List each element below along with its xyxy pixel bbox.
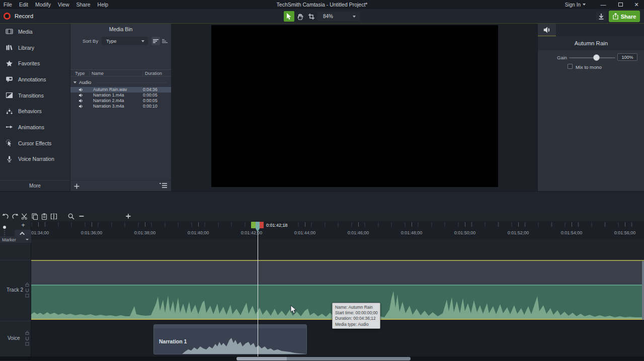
- canvas-crop-tool[interactable]: [306, 11, 316, 22]
- menu-view[interactable]: View: [54, 2, 73, 8]
- sidebar-item-label: Behaviors: [18, 108, 42, 114]
- sidebar-item-animations[interactable]: Animations: [0, 119, 70, 135]
- snap-magnet-icon[interactable]: [2, 225, 8, 237]
- add-track-button[interactable]: +: [18, 222, 28, 229]
- gain-value-field[interactable]: 100%: [617, 53, 637, 61]
- menu-help[interactable]: Help: [94, 2, 112, 8]
- download-arrow-icon: [599, 14, 604, 20]
- voice-track-name[interactable]: Voice: [8, 335, 20, 341]
- split-button[interactable]: [49, 212, 58, 221]
- sidebar-item-label: Cursor Effects: [18, 140, 51, 146]
- canvas-zoom-value: 84%: [323, 14, 333, 19]
- cut-button[interactable]: [20, 212, 29, 221]
- video-preview-stage[interactable]: [211, 25, 498, 187]
- tab-audio-properties[interactable]: [538, 24, 556, 36]
- sign-in-button[interactable]: Sign In: [565, 0, 586, 9]
- track-magnet-icon[interactable]: [25, 336, 29, 340]
- narration-1-clip[interactable]: Narration 1: [153, 324, 307, 354]
- collapse-tracks-button[interactable]: [15, 230, 31, 237]
- audio-group-header[interactable]: Audio: [70, 79, 172, 86]
- ruler-tick-label: 0:01:36;00: [81, 230, 103, 235]
- sort-descending-button[interactable]: [160, 37, 169, 45]
- speaker-icon: [78, 104, 84, 109]
- menu-modify[interactable]: Modify: [32, 2, 54, 8]
- timeline-ruler[interactable]: 0:01:34;00 0:01:36;00 0:01:38;00 0:01:40…: [31, 221, 644, 239]
- column-duration[interactable]: Duration: [145, 71, 162, 76]
- media-duration: 0:00:05: [143, 98, 157, 103]
- minus-icon: [79, 214, 84, 219]
- menu-file[interactable]: File: [0, 2, 16, 8]
- chevron-down-icon: [353, 16, 356, 18]
- scrollbar-thumb[interactable]: [236, 357, 287, 360]
- minimize-button[interactable]: —: [598, 0, 609, 9]
- mix-to-mono-checkbox[interactable]: [568, 64, 573, 69]
- sidebar-item-media[interactable]: Media: [0, 24, 70, 40]
- sidebar-item-library[interactable]: Library: [0, 40, 70, 56]
- canvas-select-tool[interactable]: [284, 11, 294, 22]
- close-button[interactable]: ✕: [631, 0, 642, 9]
- maximize-button[interactable]: [615, 0, 626, 9]
- menu-edit[interactable]: Edit: [16, 2, 32, 8]
- record-button[interactable]: Record: [4, 13, 33, 20]
- zoom-out-button[interactable]: [77, 212, 86, 221]
- menu-share[interactable]: Share: [73, 2, 94, 8]
- sidebar-item-label: Transitions: [18, 93, 44, 99]
- track-magnet-icon[interactable]: [25, 288, 29, 292]
- timeline-horizontal-scrollbar[interactable]: [0, 356, 644, 360]
- media-row-autumn-rain[interactable]: Autumn Rain.wav 0:04:36: [70, 87, 172, 93]
- add-media-button[interactable]: [72, 182, 80, 190]
- media-row-narration-3[interactable]: Narration 3.m4a 0:00:10: [70, 104, 172, 109]
- sort-by-select[interactable]: Type: [102, 37, 148, 45]
- tools-sidebar: Media Library Favorites Annotations Tran…: [0, 24, 70, 191]
- share-button[interactable]: Share: [609, 11, 640, 22]
- sort-ascending-button[interactable]: [151, 37, 160, 45]
- track-mute-icon[interactable]: [25, 342, 29, 346]
- sidebar-item-favorites[interactable]: Favorites: [0, 55, 70, 71]
- redo-button[interactable]: [11, 212, 20, 221]
- zoom-in-button[interactable]: [124, 212, 133, 221]
- undo-button[interactable]: [1, 212, 10, 221]
- track2-controls[interactable]: [25, 283, 30, 298]
- media-row-narration-2[interactable]: Narration 2.m4a 0:00:05: [70, 98, 172, 104]
- sidebar-item-annotations[interactable]: Annotations: [0, 71, 70, 87]
- marker-track-header[interactable]: Marker: [0, 236, 31, 243]
- gain-slider-thumb[interactable]: [593, 54, 600, 61]
- track-lock-icon[interactable]: [25, 331, 29, 335]
- canvas-pan-tool[interactable]: [295, 11, 305, 22]
- timeline-vertical-scrollbar[interactable]: [642, 261, 644, 320]
- share-export-icon: [613, 13, 618, 20]
- view-mode-button[interactable]: [159, 183, 168, 190]
- sidebar-item-label: Favorites: [18, 60, 40, 66]
- tooltip-media-type: Media type: Audio: [335, 322, 377, 327]
- track2-clip-upper[interactable]: [31, 261, 644, 285]
- selection-end-handle[interactable]: [260, 222, 264, 228]
- media-row-narration-1[interactable]: Narration 1.m4a 0:00:05: [70, 93, 172, 98]
- sidebar-item-voice-narration[interactable]: Voice Narration: [0, 151, 70, 167]
- sidebar-item-cursor-effects[interactable]: Cursor Effects: [0, 135, 70, 151]
- track-lock-icon[interactable]: [25, 283, 29, 287]
- download-button[interactable]: [596, 12, 606, 21]
- column-type[interactable]: Type: [75, 71, 85, 76]
- copy-button[interactable]: [30, 212, 39, 221]
- sidebar-item-transitions[interactable]: Transitions: [0, 87, 70, 104]
- gain-slider[interactable]: [569, 57, 615, 58]
- timeline-zoom-button[interactable]: [66, 212, 75, 221]
- canvas-zoom-select[interactable]: 84%: [317, 12, 360, 21]
- group-collapse-icon: [73, 81, 76, 83]
- selection-start-handle[interactable]: [251, 222, 256, 228]
- paste-button[interactable]: [40, 212, 49, 221]
- sidebar-more-button[interactable]: More: [0, 180, 70, 191]
- playhead-line[interactable]: [258, 229, 259, 356]
- microphone-icon: [6, 155, 13, 163]
- scrollbar-thumb[interactable]: [287, 357, 411, 360]
- track2-name[interactable]: Track 2: [7, 287, 23, 293]
- ruler-tick-label: 0:01:44;00: [294, 230, 316, 235]
- column-name[interactable]: Name: [92, 71, 104, 76]
- plus-icon: [126, 214, 131, 219]
- track-mute-icon[interactable]: [25, 294, 29, 298]
- redo-icon: [12, 213, 19, 219]
- media-bin-column-headers[interactable]: Type Name Duration: [70, 69, 172, 76]
- voice-track-controls[interactable]: [25, 331, 30, 346]
- sidebar-item-behaviors[interactable]: Behaviors: [0, 103, 70, 119]
- detail-list-icon: [159, 183, 167, 189]
